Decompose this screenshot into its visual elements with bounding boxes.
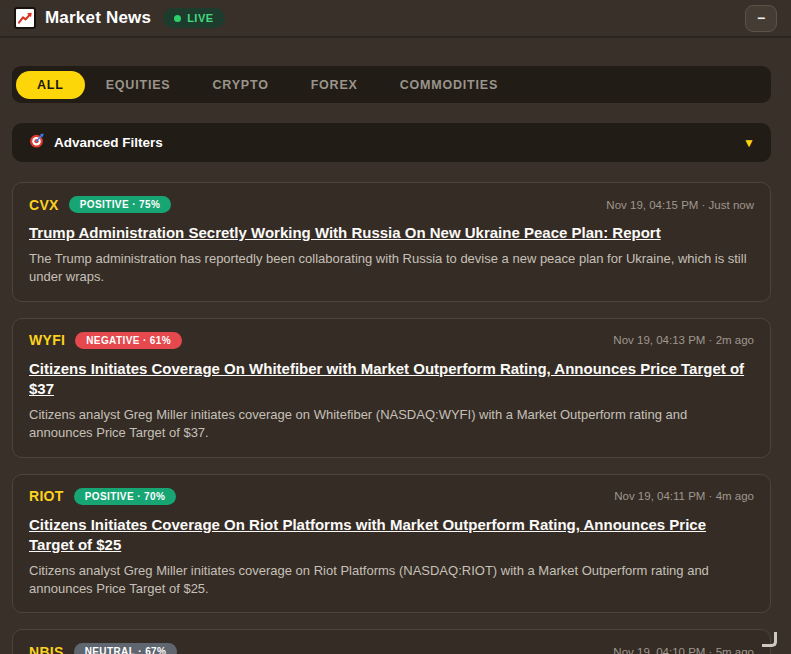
headline-link[interactable]: Citizens Initiates Coverage On Riot Plat…	[29, 515, 754, 556]
timestamp: Nov 19, 04:15 PM · Just now	[606, 199, 754, 211]
ticker-symbol: CVX	[29, 197, 59, 213]
page-title: Market News	[45, 8, 151, 28]
ticker-symbol: WYFI	[29, 332, 65, 348]
news-card: WYFI NEGATIVE · 61% Nov 19, 04:13 PM · 2…	[12, 318, 771, 458]
headline-link[interactable]: Citizens Initiates Coverage On Whitefibe…	[29, 359, 754, 400]
advanced-filters-label: Advanced Filters	[54, 135, 163, 150]
target-icon	[28, 132, 45, 153]
tab-forex[interactable]: FOREX	[290, 71, 379, 99]
minimize-icon: −	[757, 11, 765, 25]
tab-all[interactable]: ALL	[16, 71, 85, 99]
live-status-badge: LIVE	[163, 8, 224, 28]
chevron-down-icon[interactable]: ▼	[743, 136, 755, 150]
tab-commodities[interactable]: COMMODITIES	[379, 71, 519, 99]
sentiment-badge: NEUTRAL · 67%	[74, 643, 178, 654]
timestamp: Nov 19, 04:13 PM · 2m ago	[613, 334, 754, 346]
summary-text: Citizens analyst Greg Miller initiates c…	[29, 562, 754, 598]
advanced-filters-toggle[interactable]: Advanced Filters ▼	[12, 123, 771, 162]
minimize-button[interactable]: −	[745, 5, 777, 32]
ticker-symbol: RIOT	[29, 488, 64, 504]
news-list: CVX POSITIVE · 75% Nov 19, 04:15 PM · Ju…	[12, 182, 771, 654]
tab-equities[interactable]: EQUITIES	[85, 71, 192, 99]
sentiment-badge: POSITIVE · 75%	[69, 196, 172, 213]
timestamp: Nov 19, 04:10 PM · 5m ago	[613, 646, 754, 654]
sentiment-badge: NEGATIVE · 61%	[75, 332, 182, 349]
headline-link[interactable]: Trump Administration Secretly Working Wi…	[29, 223, 754, 243]
ticker-symbol: NBIS	[29, 644, 64, 654]
sentiment-badge: POSITIVE · 70%	[74, 488, 177, 505]
category-tabbar: ALL EQUITIES CRYPTO FOREX COMMODITIES	[12, 66, 771, 103]
live-dot-icon	[174, 15, 181, 22]
live-label: LIVE	[187, 12, 213, 24]
timestamp: Nov 19, 04:11 PM · 4m ago	[614, 490, 754, 502]
resize-handle[interactable]	[762, 632, 777, 647]
app-header: Market News LIVE −	[0, 0, 791, 38]
tab-crypto[interactable]: CRYPTO	[191, 71, 289, 99]
news-card: RIOT POSITIVE · 70% Nov 19, 04:11 PM · 4…	[12, 474, 771, 614]
news-card: NBIS NEUTRAL · 67% Nov 19, 04:10 PM · 5m…	[12, 629, 771, 654]
summary-text: The Trump administration has reportedly …	[29, 250, 754, 286]
chart-logo-icon	[14, 7, 36, 29]
news-card: CVX POSITIVE · 75% Nov 19, 04:15 PM · Ju…	[12, 182, 771, 302]
summary-text: Citizens analyst Greg Miller initiates c…	[29, 406, 754, 442]
